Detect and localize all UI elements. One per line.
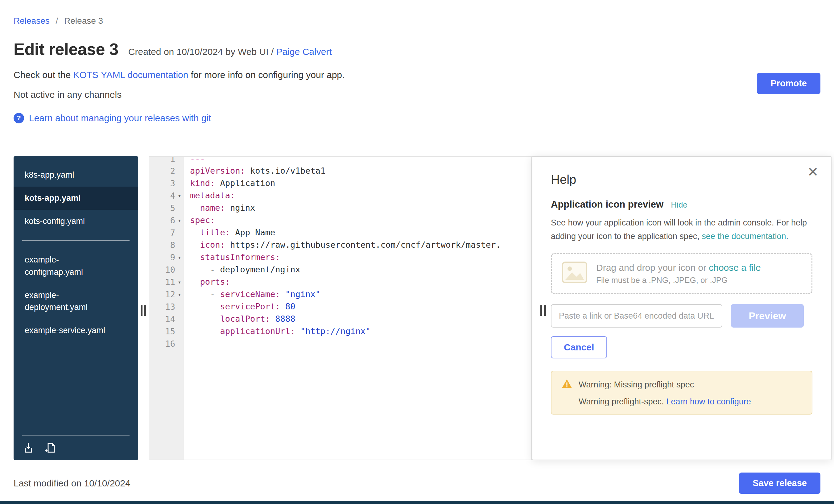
see-documentation-link[interactable]: see the documentation: [702, 232, 786, 241]
breadcrumb-current: Release 3: [64, 16, 103, 26]
file-item-kots-config.yaml[interactable]: kots-config.yaml: [14, 210, 138, 233]
breadcrumb-separator: /: [56, 16, 58, 26]
code-line-8[interactable]: icon: https://raw.githubusercontent.com/…: [190, 239, 531, 251]
code-line-3[interactable]: kind: Application: [190, 177, 531, 190]
save-release-button[interactable]: Save release: [739, 473, 820, 494]
code-line-1[interactable]: ---: [190, 157, 531, 165]
editor-code-area[interactable]: ---apiVersion: kots.io/v1beta1kind: Appl…: [184, 157, 531, 460]
file-item-example-deployment.yaml[interactable]: example-deployment.yaml: [14, 284, 138, 319]
icon-preview-header: Application icon preview Hide: [551, 199, 812, 210]
warning-box: Warning: Missing preflight spec Warning …: [551, 371, 812, 415]
new-file-icon[interactable]: [44, 442, 57, 454]
line-number-6[interactable]: 6▾: [149, 214, 184, 226]
code-line-9[interactable]: statusInformers:: [190, 251, 531, 263]
file-item-example-configmap.yaml[interactable]: example-configmap.yaml: [14, 248, 138, 283]
title-row: Edit release 3 Created on 10/10/2024 by …: [14, 40, 820, 59]
kots-docs-link[interactable]: KOTS YAML documentation: [73, 70, 188, 80]
line-number-10[interactable]: 10: [149, 263, 184, 276]
line-number-11[interactable]: 11▾: [149, 276, 184, 288]
cancel-button[interactable]: Cancel: [551, 336, 607, 358]
help-panel: ✕ Help Application icon preview Hide See…: [532, 156, 832, 460]
code-line-10[interactable]: - deployment/nginx: [190, 263, 531, 276]
line-number-12[interactable]: 12▾: [149, 288, 184, 301]
line-number-8[interactable]: 8: [149, 239, 184, 251]
choose-file-link[interactable]: choose a file: [709, 262, 761, 273]
file-type-hint: File must be a .PNG, .JPEG, or .JPG: [596, 276, 761, 285]
created-text: Created on 10/10/2024 by Web UI /: [128, 47, 276, 57]
docs-suffix: for more info on configuring your app.: [188, 70, 345, 80]
warning-detail: Warning preflight-spec.: [578, 397, 666, 406]
hide-link[interactable]: Hide: [671, 200, 687, 210]
yaml-editor[interactable]: 1234▾56▾789▾1011▾12▾13141516 ---apiVersi…: [149, 156, 532, 460]
line-number-3[interactable]: 3: [149, 177, 184, 190]
file-list-divider: [22, 240, 130, 241]
git-help-link[interactable]: Learn about managing your releases with …: [29, 113, 211, 124]
fold-caret-icon[interactable]: ▾: [175, 254, 184, 261]
line-number-13[interactable]: 13: [149, 301, 184, 313]
code-line-13[interactable]: servicePort: 80: [190, 301, 531, 313]
docs-prefix: Check out the: [14, 70, 73, 80]
line-number-4[interactable]: 4▾: [149, 190, 184, 202]
code-line-12[interactable]: - serviceName: "nginx": [190, 288, 531, 301]
sidebar-resize-handle[interactable]: [141, 305, 146, 316]
fold-caret-icon[interactable]: ▾: [175, 193, 184, 199]
code-line-11[interactable]: ports:: [190, 276, 531, 288]
icon-url-input[interactable]: [551, 304, 722, 328]
line-number-15[interactable]: 15: [149, 325, 184, 337]
release-editor-app: Releases / Release 3 Edit release 3 Crea…: [0, 0, 834, 504]
close-icon[interactable]: ✕: [807, 165, 818, 179]
channel-status: Not active in any channels: [14, 89, 820, 100]
preview-button[interactable]: Preview: [731, 304, 804, 328]
line-number-9[interactable]: 9▾: [149, 251, 184, 263]
code-line-16[interactable]: [190, 337, 531, 350]
code-line-4[interactable]: metadata:: [190, 190, 531, 202]
line-number-5[interactable]: 5: [149, 202, 184, 214]
git-help-row: ? Learn about managing your releases wit…: [14, 113, 820, 124]
line-number-2[interactable]: 2: [149, 165, 184, 177]
bottom-strip: [0, 501, 834, 504]
breadcrumb: Releases / Release 3: [14, 0, 820, 26]
line-number-7[interactable]: 7: [149, 226, 184, 239]
warning-triangle-icon: [561, 379, 572, 391]
editor-gutter: 1234▾56▾789▾1011▾12▾13141516: [149, 157, 184, 460]
help-title: Help: [551, 173, 812, 187]
docs-line: Check out the KOTS YAML documentation fo…: [14, 70, 820, 80]
code-line-14[interactable]: localPort: 8888: [190, 313, 531, 325]
fold-caret-icon[interactable]: ▾: [175, 279, 184, 285]
icon-preview-title: Application icon preview: [551, 199, 663, 210]
file-item-example-service.yaml[interactable]: example-service.yaml: [14, 319, 138, 342]
promote-button[interactable]: Promote: [757, 73, 820, 94]
image-placeholder-icon: [562, 261, 588, 286]
question-circle-icon: ?: [14, 113, 24, 124]
fold-caret-icon[interactable]: ▾: [175, 291, 184, 298]
code-line-2[interactable]: apiVersion: kots.io/v1beta1: [190, 165, 531, 177]
author-link[interactable]: Paige Calvert: [276, 47, 332, 57]
file-item-k8s-app.yaml[interactable]: k8s-app.yaml: [14, 163, 138, 187]
workspace: k8s-app.yamlkots-app.yamlkots-config.yam…: [0, 156, 834, 460]
configure-preflight-link[interactable]: Learn how to configure: [666, 397, 751, 406]
line-number-1[interactable]: 1: [149, 157, 184, 165]
icon-dropzone[interactable]: Drag and drop your icon or choose a file…: [551, 253, 812, 294]
sidebar-actions: [22, 435, 130, 454]
code-line-7[interactable]: title: App Name: [190, 226, 531, 239]
code-line-5[interactable]: name: nginx: [190, 202, 531, 214]
dropzone-label: Drag and drop your icon or: [596, 262, 709, 273]
line-number-14[interactable]: 14: [149, 313, 184, 325]
import-file-icon[interactable]: [22, 442, 35, 454]
page-title: Edit release 3: [14, 40, 118, 59]
panel-resize-handle[interactable]: [540, 305, 546, 316]
breadcrumb-releases-link[interactable]: Releases: [14, 16, 50, 26]
warning-text: Warning: Missing preflight spec: [578, 380, 694, 390]
created-meta: Created on 10/10/2024 by Web UI / Paige …: [128, 47, 332, 57]
icon-url-row: Preview: [551, 304, 812, 328]
desc-suffix: .: [786, 232, 789, 241]
file-sidebar: k8s-app.yamlkots-app.yamlkots-config.yam…: [14, 156, 138, 460]
file-list: k8s-app.yamlkots-app.yamlkots-config.yam…: [14, 163, 138, 342]
code-line-6[interactable]: spec:: [190, 214, 531, 226]
dropzone-text: Drag and drop your icon or choose a file…: [596, 262, 761, 285]
code-line-15[interactable]: applicationUrl: "http://nginx": [190, 325, 531, 337]
line-number-16[interactable]: 16: [149, 337, 184, 350]
file-item-kots-app.yaml[interactable]: kots-app.yaml: [14, 187, 138, 210]
last-modified: Last modified on 10/10/2024: [14, 478, 130, 488]
fold-caret-icon[interactable]: ▾: [175, 217, 184, 224]
